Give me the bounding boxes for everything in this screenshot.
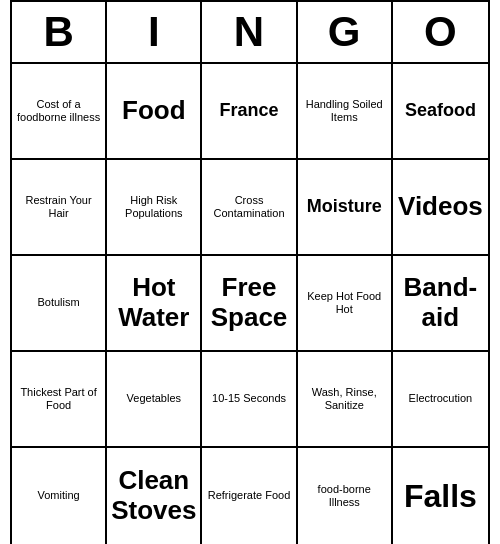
header-letter: N [202, 2, 297, 62]
bingo-cell: Clean Stoves [107, 448, 202, 544]
bingo-cell: Videos [393, 160, 488, 256]
bingo-cell: France [202, 64, 297, 160]
bingo-cell: Wash, Rinse, Sanitize [298, 352, 393, 448]
bingo-cell: Refrigerate Food [202, 448, 297, 544]
bingo-cell: Cost of a foodborne illness [12, 64, 107, 160]
header-letter: B [12, 2, 107, 62]
header-letter: G [298, 2, 393, 62]
bingo-cell: High Risk Populations [107, 160, 202, 256]
bingo-cell: Falls [393, 448, 488, 544]
bingo-cell: Seafood [393, 64, 488, 160]
bingo-cell: food-borne Illness [298, 448, 393, 544]
bingo-cell: Thickest Part of Food [12, 352, 107, 448]
header-letter: O [393, 2, 488, 62]
bingo-cell: Free Space [202, 256, 297, 352]
bingo-grid: Cost of a foodborne illnessFoodFranceHan… [12, 64, 488, 544]
bingo-cell: Keep Hot Food Hot [298, 256, 393, 352]
bingo-cell: Botulism [12, 256, 107, 352]
bingo-cell: Restrain Your Hair [12, 160, 107, 256]
bingo-header: BINGO [12, 2, 488, 64]
bingo-cell: Electrocution [393, 352, 488, 448]
bingo-cell: Food [107, 64, 202, 160]
bingo-cell: Vomiting [12, 448, 107, 544]
bingo-cell: Band-aid [393, 256, 488, 352]
bingo-card: BINGO Cost of a foodborne illnessFoodFra… [10, 0, 490, 544]
bingo-cell: Cross Contamination [202, 160, 297, 256]
bingo-cell: Handling Soiled Items [298, 64, 393, 160]
bingo-cell: Hot Water [107, 256, 202, 352]
header-letter: I [107, 2, 202, 62]
bingo-cell: 10-15 Seconds [202, 352, 297, 448]
bingo-cell: Vegetables [107, 352, 202, 448]
bingo-cell: Moisture [298, 160, 393, 256]
